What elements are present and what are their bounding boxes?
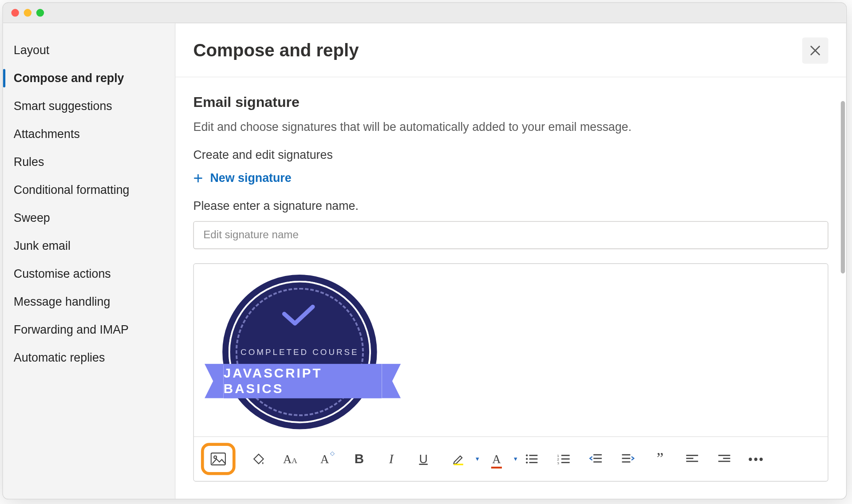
toolbar-indent[interactable] bbox=[619, 449, 638, 469]
scrollbar-thumb[interactable] bbox=[841, 101, 845, 274]
settings-sidebar: Layout Compose and reply Smart suggestio… bbox=[3, 23, 176, 499]
sidebar-item-attachments[interactable]: Attachments bbox=[3, 120, 175, 148]
bullet-list-icon bbox=[525, 453, 538, 464]
toolbar-italic[interactable]: I bbox=[382, 449, 401, 469]
sidebar-item-rules[interactable]: Rules bbox=[3, 148, 175, 176]
svg-rect-15 bbox=[593, 454, 602, 456]
svg-rect-16 bbox=[593, 458, 602, 459]
scroll-area: Email signature Edit and choose signatur… bbox=[175, 77, 846, 499]
image-icon bbox=[210, 453, 226, 465]
titlebar bbox=[3, 3, 846, 24]
settings-content: Compose and reply Email signature Edit a… bbox=[175, 23, 846, 499]
toolbar-align-left[interactable] bbox=[682, 449, 702, 469]
svg-rect-17 bbox=[593, 461, 602, 463]
section-description: Edit and choose signatures that will be … bbox=[193, 120, 828, 134]
svg-rect-22 bbox=[686, 458, 693, 459]
outdent-icon bbox=[589, 453, 602, 464]
ellipsis-icon: ••• bbox=[748, 452, 764, 466]
sidebar-item-message-handling[interactable]: Message handling bbox=[3, 288, 175, 316]
sidebar-item-layout[interactable]: Layout bbox=[3, 36, 175, 64]
paint-bucket-icon bbox=[251, 452, 265, 466]
toolbar-bold[interactable]: B bbox=[350, 449, 369, 469]
new-signature-button[interactable]: + New signature bbox=[193, 170, 292, 186]
signature-editor-canvas[interactable]: COMPLETED COURSE JAVASCRIPT BASICS bbox=[194, 264, 828, 437]
svg-point-3 bbox=[526, 454, 528, 456]
svg-rect-12 bbox=[561, 458, 570, 460]
italic-icon: I bbox=[389, 451, 394, 467]
quote-icon: ” bbox=[657, 456, 663, 462]
svg-rect-21 bbox=[686, 455, 698, 456]
window-zoom-dot[interactable] bbox=[36, 9, 44, 16]
signature-editor: COMPLETED COURSE JAVASCRIPT BASICS bbox=[193, 264, 828, 482]
sidebar-item-sweep[interactable]: Sweep bbox=[3, 204, 175, 232]
window-minimize-dot[interactable] bbox=[24, 9, 32, 16]
svg-rect-10 bbox=[561, 455, 570, 456]
ribbon-text: JAVASCRIPT BASICS bbox=[224, 364, 382, 398]
badge-ribbon: JAVASCRIPT BASICS bbox=[205, 364, 401, 398]
align-left-icon bbox=[686, 454, 698, 464]
numbered-list-icon: 1 2 3 bbox=[557, 453, 570, 464]
badge-top-text: COMPLETED COURSE bbox=[222, 347, 377, 357]
svg-rect-14 bbox=[561, 462, 570, 463]
toolbar-highlight-color[interactable]: ▾ bbox=[446, 449, 471, 469]
indent-icon bbox=[621, 453, 634, 464]
editor-toolbar: AA A◇ B I bbox=[194, 437, 828, 481]
signature-name-input[interactable] bbox=[193, 221, 828, 249]
svg-rect-2 bbox=[454, 464, 463, 465]
svg-rect-19 bbox=[622, 458, 631, 459]
toolbar-font-family[interactable]: AA bbox=[280, 449, 300, 469]
sidebar-item-customise-actions[interactable]: Customise actions bbox=[3, 260, 175, 288]
badge-check-icon bbox=[282, 303, 315, 329]
svg-point-5 bbox=[526, 458, 528, 460]
toolbar-outdent[interactable] bbox=[586, 449, 605, 469]
insert-image-highlight bbox=[201, 443, 236, 475]
svg-text:3: 3 bbox=[557, 461, 560, 465]
chevron-down-icon: ▾ bbox=[476, 455, 479, 462]
align-right-icon bbox=[718, 454, 730, 464]
toolbar-font-size[interactable]: A◇ bbox=[313, 449, 337, 469]
sidebar-item-junk-email[interactable]: Junk email bbox=[3, 232, 175, 260]
underline-icon: U bbox=[419, 452, 427, 466]
close-button[interactable] bbox=[802, 37, 828, 63]
toolbar-underline[interactable]: U bbox=[414, 449, 433, 469]
toolbar-bulleted-list[interactable] bbox=[522, 449, 541, 469]
page-title: Compose and reply bbox=[193, 40, 359, 61]
font-size-icon: A◇ bbox=[320, 452, 329, 466]
sidebar-item-forwarding-and-imap[interactable]: Forwarding and IMAP bbox=[3, 316, 175, 344]
chevron-down-icon: ▾ bbox=[514, 455, 517, 462]
ribbon-tail-right bbox=[382, 364, 401, 398]
svg-rect-4 bbox=[529, 455, 538, 456]
window-close-dot[interactable] bbox=[11, 9, 19, 16]
page-header: Compose and reply bbox=[175, 23, 846, 77]
sidebar-item-automatic-replies[interactable]: Automatic replies bbox=[3, 344, 175, 372]
subsection-create-edit: Create and edit signatures bbox=[193, 148, 828, 162]
bold-icon: B bbox=[355, 451, 364, 467]
svg-rect-26 bbox=[718, 461, 730, 462]
signature-name-prompt: Please enter a signature name. bbox=[193, 199, 828, 213]
sidebar-item-compose-and-reply[interactable]: Compose and reply bbox=[3, 64, 175, 92]
font-color-icon: A bbox=[492, 452, 501, 466]
sidebar-item-smart-suggestions[interactable]: Smart suggestions bbox=[3, 92, 175, 120]
toolbar-align-right[interactable] bbox=[715, 449, 734, 469]
settings-window: Layout Compose and reply Smart suggestio… bbox=[2, 2, 847, 499]
toolbar-numbered-list[interactable]: 1 2 3 bbox=[554, 449, 573, 469]
sidebar-item-conditional-formatting[interactable]: Conditional formatting bbox=[3, 176, 175, 204]
toolbar-format-painter[interactable] bbox=[248, 449, 268, 469]
svg-rect-20 bbox=[622, 461, 631, 463]
svg-point-1 bbox=[214, 456, 217, 459]
svg-rect-18 bbox=[622, 454, 631, 456]
toolbar-more-options[interactable]: ••• bbox=[747, 449, 766, 469]
plus-icon: + bbox=[193, 174, 203, 182]
svg-rect-25 bbox=[723, 458, 730, 459]
toolbar-font-color[interactable]: A ▾ bbox=[484, 449, 509, 469]
svg-rect-6 bbox=[529, 458, 538, 460]
toolbar-insert-image[interactable] bbox=[209, 449, 228, 469]
svg-rect-8 bbox=[529, 462, 538, 463]
ribbon-tail-left bbox=[205, 364, 224, 398]
font-family-icon: AA bbox=[283, 452, 297, 466]
toolbar-quote[interactable]: ” bbox=[651, 449, 670, 469]
close-icon bbox=[809, 45, 821, 57]
badge-image: COMPLETED COURSE JAVASCRIPT BASICS bbox=[205, 275, 395, 436]
highlighter-icon bbox=[452, 453, 465, 465]
svg-point-7 bbox=[526, 461, 528, 463]
